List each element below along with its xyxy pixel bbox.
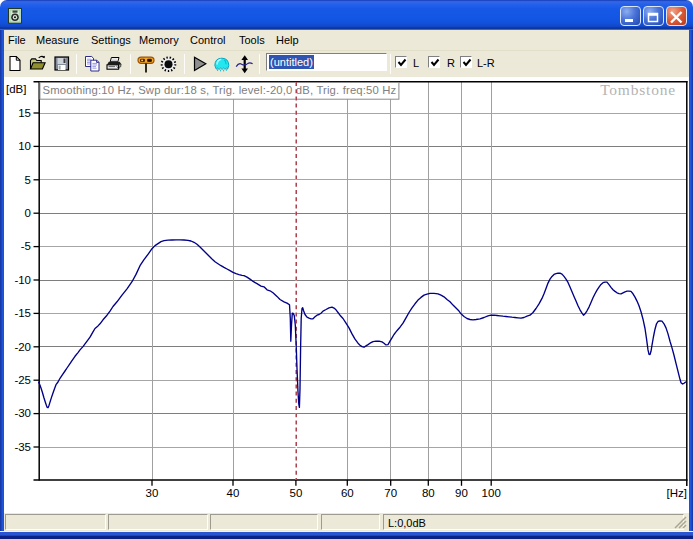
svg-text:15: 15 xyxy=(18,107,31,119)
svg-text:10: 10 xyxy=(18,140,31,152)
svg-text:-25: -25 xyxy=(14,374,31,386)
svg-text:-10: -10 xyxy=(14,274,31,286)
svg-text:Smoothing:10 Hz, Swp dur:18 s,: Smoothing:10 Hz, Swp dur:18 s, Trig. lev… xyxy=(43,84,397,96)
svg-text:-5: -5 xyxy=(21,240,31,252)
svg-text:80: 80 xyxy=(422,487,435,499)
svg-text:100: 100 xyxy=(482,487,501,499)
svg-text:60: 60 xyxy=(341,487,354,499)
svg-text:50: 50 xyxy=(290,487,303,499)
svg-text:5: 5 xyxy=(25,174,31,186)
svg-text:90: 90 xyxy=(455,487,468,499)
svg-text:-15: -15 xyxy=(14,307,31,319)
svg-text:-20: -20 xyxy=(14,341,31,353)
svg-text:40: 40 xyxy=(227,487,240,499)
svg-text:0: 0 xyxy=(25,207,31,219)
svg-text:[Hz]: [Hz] xyxy=(667,487,687,499)
svg-text:-35: -35 xyxy=(14,441,31,453)
svg-text:[dB]: [dB] xyxy=(6,83,26,95)
svg-text:-30: -30 xyxy=(14,407,31,419)
svg-text:Tombstone: Tombstone xyxy=(600,81,676,98)
svg-text:70: 70 xyxy=(384,487,397,499)
svg-text:30: 30 xyxy=(146,487,159,499)
